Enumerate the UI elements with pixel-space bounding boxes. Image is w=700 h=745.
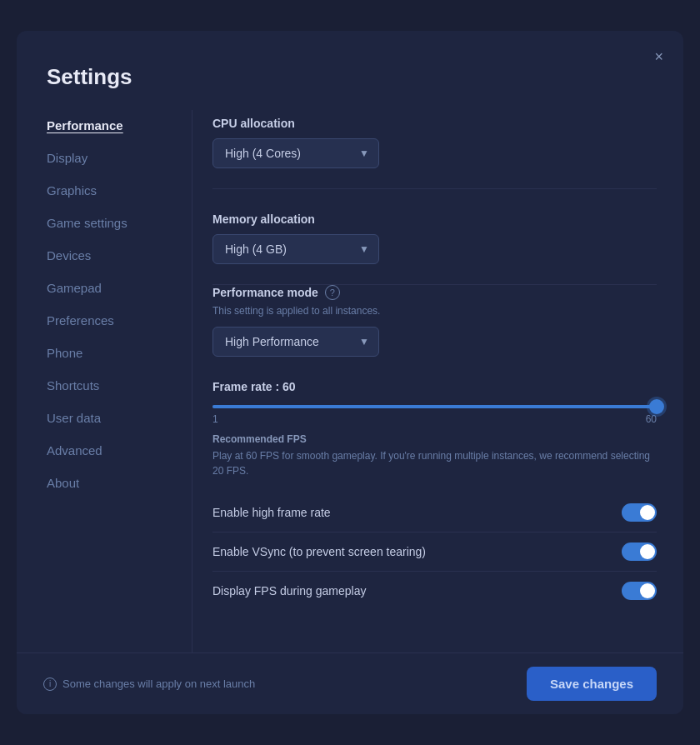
footer-note-text: Some changes will apply on next launch [62, 678, 255, 690]
modal-footer: i Some changes will apply on next launch… [17, 652, 683, 714]
sidebar-item-game-settings[interactable]: Game settings [47, 208, 192, 238]
modal-title: Settings [17, 31, 683, 110]
toggle-vsync-row: Enable VSync (to prevent screen tearing) [212, 532, 657, 572]
fps-hint-text: Play at 60 FPS for smooth gameplay. If y… [212, 448, 657, 478]
sidebar-item-display[interactable]: Display [47, 142, 192, 173]
slider-min: 1 [212, 413, 218, 425]
toggle-high-framerate-row: Enable high frame rate [212, 493, 657, 532]
cpu-allocation-select[interactable]: High (4 Cores) Medium (2 Cores) Low (1 C… [212, 138, 379, 168]
sidebar-item-devices[interactable]: Devices [47, 240, 192, 271]
performance-mode-hint: This setting is applied to all instances… [212, 305, 657, 317]
memory-allocation-select[interactable]: High (4 GB) Medium (2 GB) Low (1 GB) [212, 234, 379, 264]
sidebar: Performance Display Graphics Game settin… [17, 110, 192, 652]
toggle-display-fps-label: Display FPS during gameplay [212, 584, 366, 598]
toggle-vsync-label: Enable VSync (to prevent screen tearing) [212, 545, 426, 558]
cpu-select-wrapper: High (4 Cores) Medium (2 Cores) Low (1 C… [212, 138, 379, 168]
sidebar-item-graphics[interactable]: Graphics [47, 175, 192, 206]
memory-allocation-label: Memory allocation [212, 212, 657, 226]
performance-mode-select-wrapper: High Performance Balanced Power Saver ▼ [212, 327, 379, 357]
sidebar-item-preferences[interactable]: Preferences [47, 305, 192, 336]
settings-modal: × Settings Performance Display Graphics … [17, 31, 683, 714]
toggle-high-framerate-label: Enable high frame rate [212, 506, 331, 519]
performance-mode-row: Performance mode ? [212, 285, 657, 300]
slider-thumb[interactable] [649, 399, 664, 414]
toggle-high-framerate[interactable] [622, 503, 657, 522]
toggle-display-fps-row: Display FPS during gameplay [212, 572, 657, 610]
frame-rate-slider-container [212, 405, 657, 408]
sidebar-item-about[interactable]: About [47, 468, 192, 498]
performance-mode-label: Performance mode [212, 286, 318, 299]
sidebar-item-performance[interactable]: Performance [47, 110, 192, 141]
sidebar-item-phone[interactable]: Phone [47, 338, 192, 368]
sidebar-item-shortcuts[interactable]: Shortcuts [47, 370, 192, 401]
slider-minmax: 1 60 [212, 413, 657, 425]
frame-rate-label: Frame rate : 60 [212, 380, 657, 393]
footer-note: i Some changes will apply on next launch [43, 678, 255, 691]
main-content: CPU allocation High (4 Cores) Medium (2 … [192, 110, 683, 652]
slider-max: 60 [646, 413, 657, 425]
memory-select-wrapper: High (4 GB) Medium (2 GB) Low (1 GB) ▼ [212, 234, 379, 264]
divider-1 [212, 188, 657, 189]
fps-hint-title: Recommended FPS [212, 433, 657, 445]
slider-fill [212, 405, 657, 408]
frame-rate-section: Frame rate : 60 1 60 Recommended FPS Pla… [212, 380, 657, 478]
save-button[interactable]: Save changes [527, 667, 657, 701]
toggle-vsync[interactable] [622, 542, 657, 561]
modal-body: Performance Display Graphics Game settin… [17, 110, 683, 652]
info-icon: i [43, 678, 57, 691]
sidebar-item-gamepad[interactable]: Gamepad [47, 272, 192, 303]
performance-mode-select[interactable]: High Performance Balanced Power Saver [212, 327, 379, 357]
slider-track [212, 405, 657, 408]
sidebar-item-user-data[interactable]: User data [47, 402, 192, 433]
close-button[interactable]: × [651, 46, 667, 68]
toggle-display-fps[interactable] [622, 582, 657, 600]
performance-mode-help-icon[interactable]: ? [325, 285, 340, 300]
sidebar-item-advanced[interactable]: Advanced [47, 435, 192, 466]
cpu-allocation-label: CPU allocation [212, 117, 657, 130]
